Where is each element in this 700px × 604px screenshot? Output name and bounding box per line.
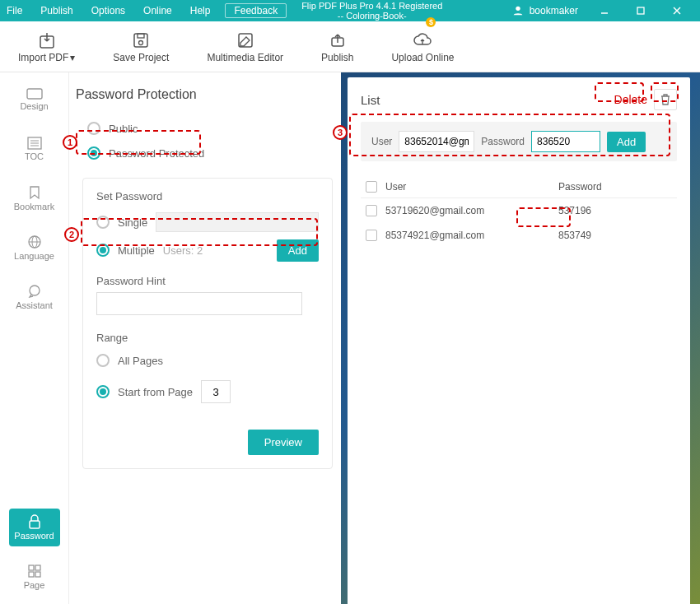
upload-badge: $ <box>426 17 436 27</box>
delete-button[interactable]: Delete <box>614 93 647 106</box>
cloud-upload-icon <box>412 30 433 50</box>
design-icon <box>26 88 43 100</box>
users-count: Users: 2 <box>163 244 203 257</box>
sidebar-item-design[interactable]: Design <box>9 81 60 118</box>
sidebar: Design TOC Bookmark Language Assistant P… <box>0 72 69 604</box>
single-label: Single <box>118 216 147 229</box>
select-all-checkbox[interactable] <box>366 181 377 193</box>
close-button[interactable] <box>659 0 695 21</box>
sidebar-item-toc[interactable]: TOC <box>9 130 60 168</box>
svg-rect-21 <box>29 565 34 570</box>
multimedia-icon <box>236 30 254 50</box>
password-label: Password <box>14 531 54 541</box>
page-icon <box>27 564 42 578</box>
app-title: Flip PDF Plus Pro 4.4.1 Registered -- Co… <box>301 1 442 21</box>
feedback-button[interactable]: Feedback <box>225 3 287 18</box>
hint-input[interactable] <box>96 292 302 315</box>
main-area: Design TOC Bookmark Language Assistant P… <box>0 72 700 604</box>
list-title: List <box>361 93 614 107</box>
start-page-input[interactable] <box>201 380 231 403</box>
svg-rect-11 <box>27 89 42 99</box>
protected-label: Password Protected <box>109 147 204 160</box>
multimedia-label: Multimedia Editor <box>207 52 283 63</box>
svg-rect-24 <box>35 572 40 577</box>
all-pages-label: All Pages <box>118 355 163 367</box>
trash-icon <box>660 93 671 106</box>
toolbar: Import PDF ▾ Save Project Multimedia Edi… <box>0 21 700 72</box>
svg-rect-22 <box>35 565 40 570</box>
preview-pane: List Delete User Password Add User Passw… <box>341 72 700 604</box>
app-title-line1: Flip PDF Plus Pro 4.4.1 Registered <box>301 1 442 11</box>
menu-bar: File Publish Options Online Help <box>7 5 210 16</box>
svg-point-0 <box>516 7 520 11</box>
user-area[interactable]: bookmaker <box>511 4 578 17</box>
save-project-button[interactable]: Save Project <box>113 30 169 63</box>
start-from-label: Start from Page <box>118 386 193 398</box>
annotation-3: 3 <box>333 125 348 140</box>
radio-start-from-page[interactable] <box>96 385 110 398</box>
assistant-label: Assistant <box>16 300 53 310</box>
sidebar-item-language[interactable]: Language <box>9 229 60 267</box>
app-title-line2: -- Coloring-Book- <box>301 11 442 21</box>
new-password-input[interactable] <box>531 131 600 152</box>
set-password-card: Set Password Single Multiple Users: 2 Ad… <box>82 178 333 469</box>
upload-online-button[interactable]: $ Upload Online <box>391 30 454 63</box>
bookmark-label: Bookmark <box>14 202 55 211</box>
page-label: Page <box>24 580 45 590</box>
toc-icon <box>27 137 42 150</box>
add-multiple-button[interactable]: Add <box>277 239 319 262</box>
annotation-1: 1 <box>63 135 77 150</box>
bookmark-icon <box>28 185 41 200</box>
menu-publish[interactable]: Publish <box>40 5 72 16</box>
add-user-button[interactable]: Add <box>607 132 646 152</box>
menu-online[interactable]: Online <box>143 5 172 16</box>
maximize-button[interactable] <box>623 0 659 21</box>
upload-label: Upload Online <box>391 52 454 63</box>
radio-all-pages[interactable] <box>96 354 110 367</box>
trash-button[interactable] <box>654 89 677 110</box>
range-label: Range <box>96 332 319 344</box>
row-checkbox[interactable] <box>366 230 377 241</box>
preview-button[interactable]: Preview <box>248 430 319 455</box>
radio-multiple[interactable] <box>96 244 110 257</box>
toc-label: TOC <box>25 151 44 161</box>
sidebar-item-page[interactable]: Page <box>9 558 60 596</box>
single-password-input[interactable] <box>156 212 319 232</box>
save-label: Save Project <box>113 52 169 63</box>
set-password-label: Set Password <box>96 190 319 202</box>
minimize-button[interactable] <box>586 0 623 21</box>
menu-file[interactable]: File <box>7 5 22 16</box>
user-icon <box>511 4 525 17</box>
radio-public[interactable] <box>87 122 100 135</box>
import-pdf-button[interactable]: Import PDF ▾ <box>18 30 75 63</box>
table-row[interactable]: 53719620@gmail.com 537196 <box>361 198 677 223</box>
radio-password-protected[interactable] <box>87 146 100 160</box>
row-password: 537196 <box>558 205 591 216</box>
design-label: Design <box>20 101 48 111</box>
menu-help[interactable]: Help <box>190 5 211 16</box>
row-user: 85374921@gmail.com <box>385 230 558 241</box>
new-user-input[interactable] <box>399 131 474 152</box>
table-row[interactable]: 85374921@gmail.com 853749 <box>361 223 677 248</box>
window-controls <box>586 0 695 21</box>
menu-options[interactable]: Options <box>91 5 125 16</box>
svg-rect-23 <box>29 572 34 577</box>
col-user-header: User <box>385 181 558 193</box>
svg-rect-20 <box>30 521 40 528</box>
publish-label: Publish <box>321 52 353 63</box>
publish-button[interactable]: Publish <box>321 30 353 63</box>
publish-icon <box>329 30 347 50</box>
sidebar-item-password[interactable]: Password <box>9 509 60 546</box>
hint-label: Password Hint <box>96 275 319 287</box>
multiple-label: Multiple <box>118 244 155 257</box>
annotation-2: 2 <box>64 227 79 242</box>
sidebar-item-bookmark[interactable]: Bookmark <box>9 179 60 217</box>
sidebar-item-assistant[interactable]: Assistant <box>9 278 60 316</box>
radio-single[interactable] <box>96 216 110 229</box>
row-user: 53719620@gmail.com <box>385 205 558 216</box>
multimedia-editor-button[interactable]: Multimedia Editor <box>207 30 283 63</box>
svg-point-8 <box>139 40 143 44</box>
list-header: User Password <box>361 176 677 198</box>
row-checkbox[interactable] <box>366 205 377 216</box>
user-name: bookmaker <box>530 5 578 16</box>
